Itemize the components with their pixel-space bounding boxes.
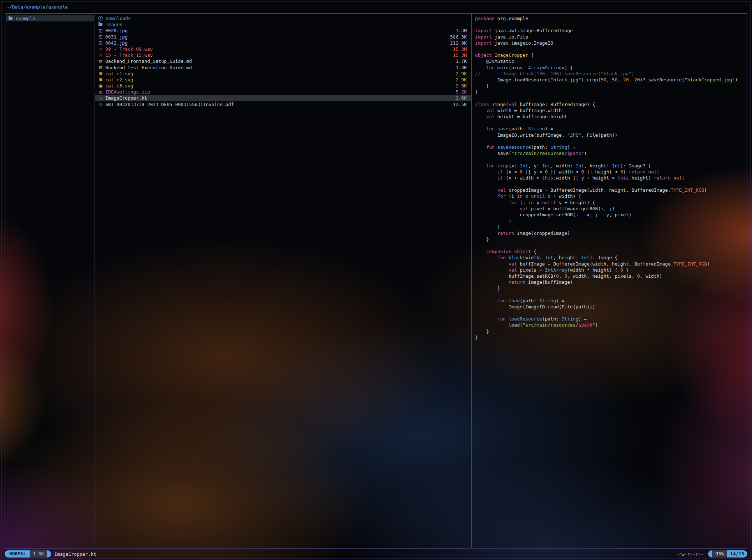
powerline-cap-icon bbox=[708, 550, 712, 558]
image-file-icon: ◫ bbox=[98, 35, 103, 39]
image-file-icon: ◫ bbox=[98, 41, 103, 45]
status-bar-right: -rw-r--r-- 93%14/15 bbox=[676, 550, 747, 558]
file-name: 09 - Track 09.wav bbox=[105, 46, 450, 52]
terminal-screen: ~/Data/example/example example ↓ Downloa… bbox=[0, 0, 752, 560]
file-name: 0042.jpg bbox=[105, 40, 447, 46]
file-row[interactable]: ▣ cal-c3.svg 2.9K bbox=[95, 83, 471, 89]
file-size: 1.3M bbox=[456, 27, 467, 34]
pdf-file-icon: ▨ bbox=[98, 102, 103, 106]
file-name: Downloads bbox=[106, 15, 464, 21]
permissions-text: -rw-r--r-- bbox=[676, 551, 704, 557]
file-name: SBI_0032013739_2023_DE05_0003155631Invoi… bbox=[105, 101, 450, 107]
preview-pane: package org.example import java.awt.imag… bbox=[472, 14, 747, 548]
file-name: 15 - Track 15.wav bbox=[105, 52, 450, 58]
panes-container: example ↓ Downloads Images ◫ 0028.jpg 1.… bbox=[5, 13, 747, 549]
folder-icon bbox=[99, 23, 102, 26]
file-name: 0031.jpg bbox=[105, 34, 447, 40]
file-row[interactable]: ◫ 0031.jpg 586.3K bbox=[95, 34, 471, 40]
file-name: cal-c1.svg bbox=[105, 71, 453, 77]
image-file-icon: ◫ bbox=[98, 29, 103, 33]
download-folder-icon: ↓ bbox=[98, 16, 103, 21]
breadcrumb-path: ~/Data/example/example bbox=[6, 4, 68, 10]
file-row[interactable]: ◫ 0042.jpg 212.9K bbox=[95, 40, 471, 46]
file-row[interactable]: ▣ cal-c1.svg 2.9K bbox=[95, 71, 471, 77]
file-row-images[interactable]: Images bbox=[95, 21, 471, 27]
kotlin-file-icon: ▯ bbox=[98, 96, 103, 100]
file-row[interactable]: ∩ 15 - Track 15.wav 15.3M bbox=[95, 52, 471, 58]
powerline-cap-icon bbox=[47, 550, 51, 558]
file-row[interactable]: ▧ IDEAsettings.zip 5.2K bbox=[95, 89, 471, 95]
file-row[interactable]: ∩ 09 - Track 09.wav 15.3M bbox=[95, 46, 471, 52]
file-name: Backend_Frontend_Setup_Guide.md bbox=[105, 58, 453, 64]
folder-icon bbox=[9, 17, 12, 20]
audio-file-icon: ∩ bbox=[98, 53, 103, 57]
scroll-percent: 93% bbox=[712, 550, 727, 558]
status-bar: NORMAL1.6K ImageCropper.kt -rw-r--r-- 93… bbox=[5, 550, 747, 558]
file-name: 0028.jpg bbox=[105, 27, 453, 34]
cursor-position: 14/15 bbox=[727, 550, 747, 558]
file-size: 212.9K bbox=[450, 40, 467, 46]
file-row[interactable]: ▨ SBI_0032013739_2023_DE05_0003155631Inv… bbox=[95, 101, 471, 107]
file-size: 1.3K bbox=[456, 65, 467, 71]
file-name: ImageCropper.kt bbox=[105, 95, 453, 101]
file-row-selected[interactable]: ▯ ImageCropper.kt 1.6K bbox=[95, 95, 471, 101]
markdown-file-icon: ▤ bbox=[98, 65, 103, 70]
file-size: 15.3M bbox=[453, 46, 467, 52]
title-bar: ~/Data/example/example bbox=[1, 1, 751, 13]
file-row[interactable]: ▤ Backend_Test_Execution_Guide.md 1.3K bbox=[95, 65, 471, 71]
audio-file-icon: ∩ bbox=[98, 47, 103, 51]
file-name: Images bbox=[106, 21, 464, 27]
file-row[interactable]: ▤ Backend_Frontend_Setup_Guide.md 1.7K bbox=[95, 58, 471, 64]
file-size: 12.5K bbox=[453, 101, 467, 107]
file-row[interactable]: ▣ cal-c2.svg 2.9K bbox=[95, 77, 471, 83]
code-preview: package org.example import java.awt.imag… bbox=[475, 15, 745, 340]
markdown-file-icon: ▤ bbox=[98, 59, 103, 64]
file-size: 15.3M bbox=[453, 52, 467, 58]
file-size: 2.9K bbox=[456, 77, 467, 83]
mode-badge: NORMAL bbox=[5, 550, 30, 558]
file-size: 5.2K bbox=[456, 89, 467, 95]
file-row-downloads[interactable]: ↓ Downloads bbox=[95, 15, 471, 21]
file-list-pane: ↓ Downloads Images ◫ 0028.jpg 1.3M ◫ 003… bbox=[95, 14, 472, 548]
svg-file-icon: ▣ bbox=[98, 71, 103, 76]
file-size: 1.6K bbox=[456, 95, 467, 101]
status-bar-left: NORMAL1.6K ImageCropper.kt bbox=[5, 550, 676, 558]
file-size: 2.9K bbox=[456, 83, 467, 89]
file-name: IDEAsettings.zip bbox=[105, 89, 453, 95]
parent-pane: example bbox=[5, 14, 95, 548]
status-file-name: ImageCropper.kt bbox=[54, 551, 96, 557]
file-name: cal-c2.svg bbox=[105, 77, 453, 83]
dir-name: example bbox=[16, 15, 92, 21]
svg-file-icon: ▣ bbox=[98, 84, 103, 88]
svg-file-icon: ▣ bbox=[98, 77, 103, 82]
file-row[interactable]: ◫ 0028.jpg 1.3M bbox=[95, 27, 471, 34]
file-size: 586.3K bbox=[450, 34, 467, 40]
parent-dir-row[interactable]: example bbox=[6, 15, 94, 21]
file-name: Backend_Test_Execution_Guide.md bbox=[105, 65, 453, 71]
file-size-badge: 1.6K bbox=[30, 550, 47, 558]
file-name: cal-c3.svg bbox=[105, 83, 453, 89]
zip-file-icon: ▧ bbox=[98, 90, 103, 94]
file-size: 1.7K bbox=[456, 58, 467, 64]
file-size: 2.9K bbox=[456, 71, 467, 77]
